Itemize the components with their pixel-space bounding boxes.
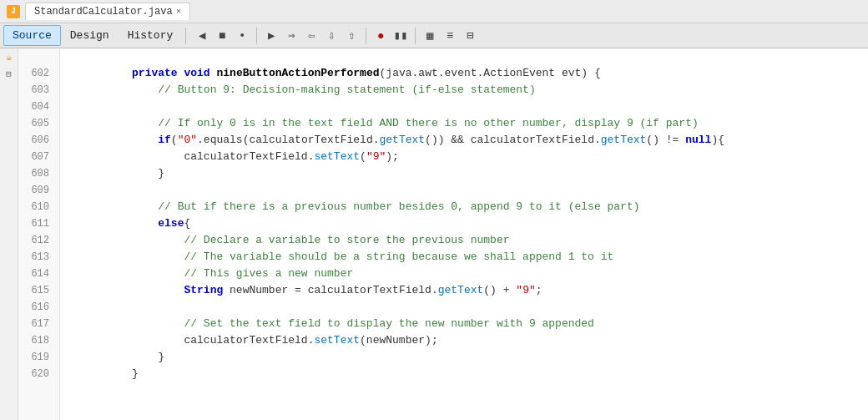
line-num-604: 604 (18, 99, 54, 115)
line-num-618: 618 (18, 332, 54, 349)
line-num-header (18, 48, 54, 65)
toolbar-separator-2 (256, 28, 257, 44)
java-icon: ☕ (0, 48, 18, 65)
line-num-612: 612 (18, 232, 54, 249)
gutter-icons: ☕ ⊟ (0, 48, 18, 420)
toolbar-monitor-icon[interactable]: ▦ (421, 27, 439, 45)
file-name: StandardCalculator.java (34, 6, 173, 18)
toolbar-run-icon[interactable]: ▶ (262, 27, 280, 45)
toolbar-stop-icon[interactable]: ● (371, 27, 390, 45)
line-num-613: 613 (18, 249, 54, 266)
code-line-604: // If only 0 is in the text field AND th… (67, 99, 868, 115)
line-num-614: 614 (18, 266, 54, 282)
toolbar-back-icon[interactable]: ◀ (193, 27, 211, 45)
line-num-607: 607 (18, 149, 54, 165)
toolbar-align-icon[interactable]: ⊟ (461, 27, 479, 45)
toolbar-square-icon[interactable]: ■ (213, 27, 231, 45)
line-num-608: 608 (18, 165, 54, 182)
code-line-609: // But if there is a previous number bes… (67, 182, 868, 199)
toolbar-dot-icon[interactable]: • (233, 27, 251, 45)
menu-bar: Source Design History ◀ ■ • ▶ ⇒ ⇦ ⇩ ⇧ ● … (0, 23, 868, 48)
code-content[interactable]: private void nineButtonActionPerformed(j… (60, 48, 868, 420)
line-num-605: 605 (18, 115, 54, 132)
toolbar-pause-icon[interactable]: ▮▮ (391, 27, 410, 45)
line-num-615: 615 (18, 282, 54, 299)
toolbar-step-icon[interactable]: ⇒ (282, 27, 300, 45)
code-line-620 (67, 366, 868, 382)
line-num-609: 609 (18, 182, 54, 199)
line-numbers: 602 603 604 605 606 607 608 609 610 611 … (18, 48, 60, 420)
close-tab-button[interactable]: × (176, 7, 182, 17)
line-num-603: 603 (18, 82, 54, 99)
line-num-616: 616 (18, 299, 54, 316)
file-icon: J (7, 5, 20, 18)
collapse-icon[interactable]: ⊟ (0, 65, 18, 82)
line-num-602: 602 (18, 65, 54, 82)
toolbar-step4-icon[interactable]: ⇧ (342, 27, 361, 45)
toolbar-separator-3 (366, 28, 366, 44)
toolbar-step2-icon[interactable]: ⇦ (302, 27, 320, 45)
file-tab[interactable]: StandardCalculator.java × (25, 3, 190, 20)
code-line-header: private void nineButtonActionPerformed(j… (67, 48, 868, 65)
line-num-620: 620 (18, 366, 54, 382)
menu-source[interactable]: Source (3, 25, 61, 46)
line-num-610: 610 (18, 199, 54, 215)
toolbar-separator-1 (185, 28, 186, 44)
toolbar-icons: ◀ ■ • ▶ ⇒ ⇦ ⇩ ⇧ ● ▮▮ ▦ ≡ ⊟ (193, 27, 479, 45)
toolbar-grid-icon[interactable]: ≡ (441, 27, 459, 45)
toolbar-separator-4 (415, 28, 416, 44)
line-num-611: 611 (18, 215, 54, 232)
code-line-616: // Set the text field to display the new… (67, 299, 868, 316)
code-area: ☕ ⊟ 602 603 604 605 606 607 608 609 610 … (0, 48, 868, 420)
toolbar-step3-icon[interactable]: ⇩ (322, 27, 341, 45)
code-line-608 (67, 165, 868, 182)
line-num-619: 619 (18, 349, 54, 366)
menu-history[interactable]: History (119, 25, 183, 46)
title-bar: J StandardCalculator.java × (0, 0, 868, 23)
line-num-606: 606 (18, 132, 54, 149)
line-num-617: 617 (18, 316, 54, 332)
menu-design[interactable]: Design (61, 25, 119, 46)
code-line-619: } (67, 349, 868, 366)
